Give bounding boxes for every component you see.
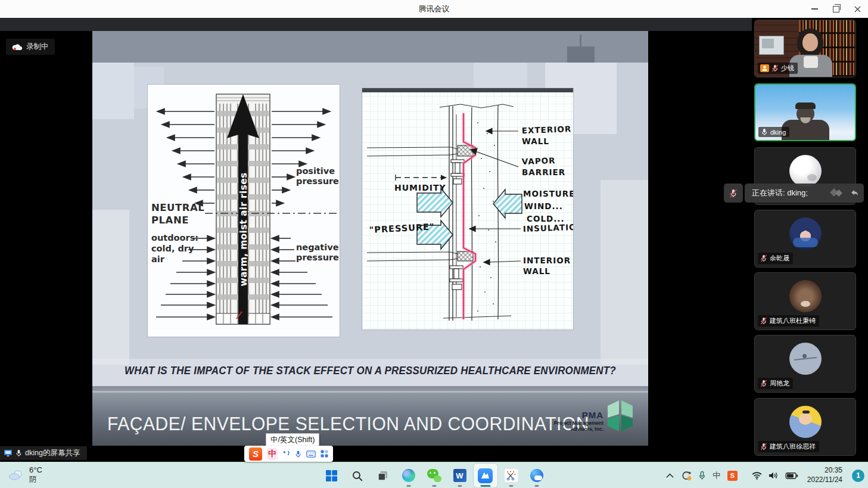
room-screen — [759, 36, 784, 55]
svg-text:negative: negative — [296, 243, 339, 252]
toast-reaction-icons — [829, 187, 859, 199]
battery-charging-icon[interactable] — [785, 472, 798, 480]
participant-name: dking — [770, 129, 786, 136]
slide-footer: FAÇADE/ ENVELOPE SELECTION AND COORDINAT… — [92, 386, 648, 446]
skyline-building — [92, 63, 134, 119]
svg-text:EXTERIOR: EXTERIOR — [522, 124, 572, 135]
close-button[interactable] — [847, 0, 868, 18]
participant-name: 少锐 — [781, 64, 794, 73]
stack-arrows-upper-left — [157, 109, 214, 206]
recording-badge[interactable]: 录制中 — [6, 39, 55, 55]
running-indicator — [458, 485, 462, 487]
snipping-tool-icon — [504, 468, 518, 483]
member-role-icon — [760, 64, 769, 72]
screen-share-area: warm, moist air rises positive pressure … — [0, 31, 752, 462]
tencent-meeting-taskbar-button[interactable] — [474, 464, 497, 487]
wall-section-sketch-card: EXTERIOR WALL VAPOR BARRIER MOISTURE... … — [362, 88, 573, 330]
keyboard-icon[interactable] — [306, 450, 316, 458]
participant-shirt — [804, 56, 818, 68]
mic-muted-icon — [760, 380, 767, 387]
participant-tile-xusixiang[interactable]: 建筑八班徐思祥 — [754, 398, 856, 456]
sogou-logo-icon[interactable]: S — [249, 447, 262, 461]
notification-badge[interactable]: 1 — [852, 470, 864, 482]
word-taskbar-button[interactable]: W — [448, 464, 472, 487]
volume-icon[interactable] — [769, 471, 779, 480]
pma-logo-text: PMA Project Management Advisors, Inc. — [554, 410, 603, 432]
screen-share-label-bar[interactable]: dking的屏幕共享 — [0, 446, 87, 460]
screen-share-icon — [4, 449, 13, 457]
restore-button[interactable] — [825, 0, 847, 18]
participant-avatar — [789, 155, 822, 187]
browser-taskbar-button[interactable] — [525, 464, 549, 487]
wall-section-sketch: EXTERIOR WALL VAPOR BARRIER MOISTURE... … — [362, 88, 573, 330]
toolbox-icon[interactable] — [321, 450, 328, 458]
pma-mark-icon — [608, 399, 633, 431]
pma-line2: Advisors, Inc. — [570, 426, 603, 432]
windows-taskbar: 6°C 阴 — [0, 462, 868, 488]
tencent-meeting-icon — [478, 468, 493, 483]
weather-condition: 阴 — [29, 475, 42, 484]
search-icon — [351, 470, 363, 481]
word-icon: W — [453, 469, 466, 482]
sogou-tray-icon[interactable]: S — [727, 471, 738, 481]
wechat-taskbar-button[interactable] — [422, 464, 446, 487]
weather-cloud-icon — [8, 470, 24, 480]
participant-avatar — [789, 280, 822, 312]
participant-name-badge: 建筑八班徐思祥 — [758, 441, 819, 452]
share-label-text: dking的屏幕共享 — [25, 448, 80, 458]
clock-date: 2022/11/24 — [807, 475, 842, 485]
toast-mic-button[interactable] — [724, 184, 743, 203]
tray-mic-icon[interactable] — [698, 471, 706, 480]
minimize-icon — [811, 8, 818, 9]
taskbar-app-icons: W — [320, 464, 549, 487]
participant-avatar — [789, 406, 822, 438]
start-button[interactable] — [320, 464, 344, 487]
rising-air-label: warm, moist air rises — [238, 172, 249, 286]
toast-body: 正在讲话: dking; — [745, 184, 864, 203]
participant-name: 周艳龙 — [770, 379, 789, 388]
tray-expand-icon[interactable] — [665, 473, 674, 478]
voice-input-icon[interactable] — [295, 450, 301, 458]
slide-footer-title: FAÇADE/ ENVELOPE SELECTION AND COORDINAT… — [107, 414, 589, 435]
skyline-building — [92, 210, 129, 365]
search-button[interactable] — [346, 464, 369, 487]
task-view-icon — [377, 470, 388, 481]
meeting-toolbar-strip — [0, 18, 752, 31]
participant-tile-shaorui[interactable]: 少锐 — [754, 20, 856, 77]
participant-name-badge: 建筑八班杜秉锜 — [758, 315, 819, 327]
pma-line1: Project Management — [554, 420, 603, 426]
sogou-ime-bar: S 中 — [244, 446, 333, 462]
svg-text:HUMIDITY: HUMIDITY — [394, 183, 446, 192]
participant-name: 建筑八班杜秉锜 — [770, 316, 816, 325]
participant-tile-dking[interactable]: dking — [754, 83, 856, 141]
ime-mode-indicator[interactable]: 中 — [713, 470, 721, 481]
participant-tile-dubingqi[interactable]: 建筑八班杜秉锜 — [754, 272, 856, 330]
wifi-icon[interactable] — [752, 471, 762, 480]
taskbar-clock[interactable]: 20:35 2022/11/24 — [807, 466, 842, 484]
participant-tile-yuqiansheng[interactable]: 余乾晟 — [754, 210, 856, 268]
participant-name-badge: 周艳龙 — [758, 378, 793, 389]
sketch-top-strip — [362, 88, 573, 92]
window-title: 腾讯会议 — [419, 4, 450, 14]
stack-arrows-upper-right — [272, 109, 330, 206]
raise-hand-icon[interactable] — [829, 187, 847, 199]
mic-muted-icon — [729, 189, 738, 198]
minimize-button[interactable] — [804, 0, 825, 18]
punctuation-icon[interactable] — [282, 450, 290, 458]
stack-effect-diagram: warm, moist air rises positive pressure … — [148, 85, 340, 337]
participant-tile-zhouyanlong[interactable]: 周艳龙 — [754, 335, 856, 393]
undo-arrow-icon[interactable] — [850, 188, 859, 198]
svg-text:NEUTRAL: NEUTRAL — [151, 202, 204, 213]
snipping-tool-taskbar-button[interactable] — [499, 464, 523, 487]
participant-face — [802, 33, 818, 51]
share-mic-icon — [15, 449, 22, 457]
speaking-toast: 正在讲话: dking; — [724, 184, 864, 203]
svg-text:pressure: pressure — [296, 176, 339, 186]
task-view-button[interactable] — [371, 464, 395, 487]
svg-text:INTERIOR: INTERIOR — [523, 256, 571, 265]
edge-taskbar-button[interactable] — [397, 464, 421, 487]
sync-status-icon[interactable] — [681, 471, 692, 481]
chinese-mode-button[interactable]: 中 — [267, 448, 278, 460]
svg-text:outdoors:: outdoors: — [151, 233, 198, 243]
taskbar-weather-widget[interactable]: 6°C 阴 — [8, 465, 42, 484]
